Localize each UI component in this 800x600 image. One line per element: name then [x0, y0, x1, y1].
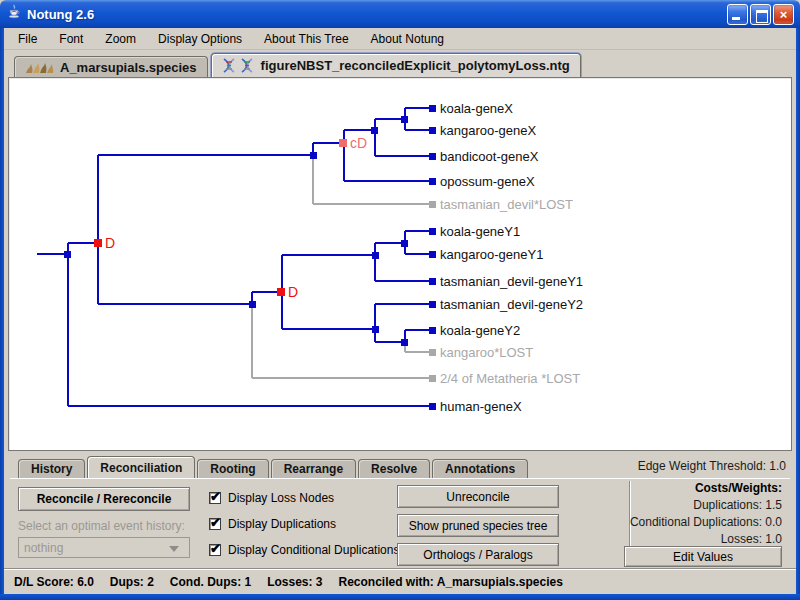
checkbox-row-display-conditional-duplications: ✔Display Conditional Duplications	[209, 537, 399, 563]
checkbox-row-display-duplications: ✔Display Duplications	[209, 511, 399, 537]
checkmark-icon: ✔	[210, 516, 221, 529]
window-title: Notung 2.6	[27, 7, 94, 22]
document-tab-label: figureNBST_reconciledExplicit_polytomyLo…	[261, 58, 570, 73]
window-border-right	[796, 28, 800, 600]
checkmark-icon: ✔	[210, 490, 221, 503]
internal-node[interactable]	[372, 326, 379, 333]
leaf-label-koala-geney2[interactable]: koala-geneY2	[440, 323, 520, 338]
leaf-label-opossum-genex[interactable]: opossum-geneX	[440, 174, 535, 189]
edge-weight-threshold-label: Edge Weight Threshold: 1.0	[638, 459, 786, 473]
cost-line-duplications-1-5: Duplications: 1.5	[622, 497, 782, 514]
conditional_duplication-node[interactable]	[339, 139, 347, 147]
leaf-label-human-genex[interactable]: human-geneX	[440, 399, 522, 414]
tab-annotations[interactable]: Annotations	[432, 459, 528, 478]
menu-bar: FileFontZoomDisplay OptionsAbout This Tr…	[4, 28, 796, 50]
event-history-label: Select an optimal event history:	[18, 519, 185, 533]
event-history-dropdown[interactable]: nothing	[18, 537, 190, 558]
menu-item-about-this-tree[interactable]: About This Tree	[256, 30, 357, 48]
maximize-button[interactable]	[750, 4, 771, 25]
status-d-l-score: D/L Score: 6.0	[14, 575, 94, 589]
leaf-node[interactable]	[429, 178, 436, 185]
edit-values-button[interactable]: Edit Values	[624, 546, 782, 567]
leaf-label-2-4-of-metatheria-lost[interactable]: 2/4 of Metatheria *LOST	[440, 371, 580, 386]
tab-rooting[interactable]: Rooting	[197, 459, 268, 478]
checkbox-label: Display Conditional Duplications	[228, 543, 399, 557]
close-button[interactable]: ×	[773, 4, 794, 25]
leaf-label-koala-genex[interactable]: koala-geneX	[440, 101, 513, 116]
status-dups: Dups: 2	[110, 575, 154, 589]
lost-leaf-node[interactable]	[429, 201, 436, 208]
internal-node[interactable]	[401, 116, 408, 123]
tab-resolve[interactable]: Resolve	[358, 459, 430, 478]
menu-item-zoom[interactable]: Zoom	[97, 30, 144, 48]
menu-item-about-notung[interactable]: About Notung	[363, 30, 452, 48]
leaf-node[interactable]	[429, 251, 436, 258]
leaf-label-kangaroo-genex[interactable]: kangaroo-geneX	[440, 123, 536, 138]
lost-leaf-node[interactable]	[429, 375, 436, 382]
menu-item-display-options[interactable]: Display Options	[150, 30, 250, 48]
chevron-down-icon	[169, 546, 179, 552]
tab-rearrange[interactable]: Rearrange	[271, 459, 356, 478]
orthologs-paralogs-button[interactable]: Orthologs / Paralogs	[397, 543, 559, 566]
duplication-label: D	[105, 235, 115, 251]
leaf-label-tasmanian-devil-geney2[interactable]: tasmanian_devil-geneY2	[440, 297, 583, 312]
menu-item-file[interactable]: File	[10, 30, 45, 48]
leaf-label-kangaroo-geney1[interactable]: kangaroo-geneY1	[440, 247, 543, 262]
status-losses: Losses: 3	[267, 575, 322, 589]
checkmark-icon: ✔	[210, 542, 221, 555]
window-border-bottom	[0, 594, 800, 600]
leaf-node[interactable]	[429, 228, 436, 235]
menu-item-font[interactable]: Font	[51, 30, 91, 48]
display-options-group: ✔Display Loss Nodes✔Display Duplications…	[209, 485, 399, 563]
tab-history[interactable]: History	[18, 459, 85, 478]
internal-node[interactable]	[401, 240, 408, 247]
checkbox-display-loss-nodes[interactable]: ✔	[209, 492, 221, 504]
app-window: Notung 2.6 × FileFontZoomDisplay Options…	[0, 0, 800, 600]
internal-node[interactable]	[249, 301, 256, 308]
duplication-node[interactable]	[277, 288, 285, 296]
document-tab-label: A_marsupials.species	[60, 60, 197, 75]
checkbox-display-duplications[interactable]: ✔	[209, 518, 221, 530]
action-buttons-group: UnreconcileShow pruned species treeOrtho…	[397, 479, 559, 566]
leaf-node[interactable]	[429, 278, 436, 285]
leaf-node[interactable]	[429, 403, 436, 410]
leaf-node[interactable]	[429, 127, 436, 134]
reconcile-rereconcile-button[interactable]: Reconcile / Rereconcile	[18, 487, 190, 511]
duplication-node[interactable]	[94, 239, 102, 247]
checkbox-label: Display Loss Nodes	[228, 491, 334, 505]
internal-node[interactable]	[310, 152, 317, 159]
checkbox-display-conditional-duplications[interactable]: ✔	[209, 544, 221, 556]
internal-node[interactable]	[372, 252, 379, 259]
show-pruned-species-tree-button[interactable]: Show pruned species tree	[397, 514, 559, 537]
leaf-label-koala-geney1[interactable]: koala-geneY1	[440, 224, 520, 239]
leaf-label-bandicoot-genex[interactable]: bandicoot-geneX	[440, 149, 539, 164]
leaf-node[interactable]	[429, 153, 436, 160]
cost-line-conditional-duplications-0-0: Conditional Duplications: 0.0	[622, 514, 782, 531]
document-tab-a-marsupials-species[interactable]: A_marsupials.species	[14, 56, 208, 77]
leaf-node[interactable]	[429, 105, 436, 112]
minimize-button[interactable]	[727, 4, 748, 25]
leaf-label-tasmanian-devil-lost[interactable]: tasmanian_devil*LOST	[440, 197, 573, 212]
conditional_duplication-label: cD	[350, 135, 367, 151]
leaf-node[interactable]	[429, 301, 436, 308]
tab-reconciliation[interactable]: Reconciliation	[87, 456, 195, 478]
unreconcile-button[interactable]: Unreconcile	[397, 485, 559, 508]
tree-view-panel: koala-geneXkangaroo-geneXbandicoot-geneX…	[8, 77, 792, 451]
app-client-area: FileFontZoomDisplay OptionsAbout This Tr…	[4, 28, 796, 594]
leaf-label-tasmanian-devil-geney1[interactable]: tasmanian_devil-geneY1	[440, 274, 583, 289]
status-cond-dups: Cond. Dups: 1	[170, 575, 251, 589]
internal-node[interactable]	[371, 127, 378, 134]
internal-node[interactable]	[401, 339, 408, 346]
checkbox-label: Display Duplications	[228, 517, 336, 531]
costs-weights-group: Costs/Weights: Duplications: 1.5Conditio…	[622, 481, 782, 548]
duplication-label: D	[288, 284, 298, 300]
document-tab-figurenbst-reconciledexplicit-polytomyloss-ntg[interactable]: figureNBST_reconciledExplicit_polytomyLo…	[211, 53, 581, 77]
event-history-value: nothing	[24, 541, 63, 555]
lost-leaf-node[interactable]	[429, 349, 436, 356]
dna-icon	[222, 58, 256, 73]
internal-node[interactable]	[64, 251, 71, 258]
title-bar: Notung 2.6 ×	[0, 0, 800, 28]
status-bar: D/L Score: 6.0Dups: 2Cond. Dups: 1Losses…	[4, 568, 796, 594]
leaf-label-kangaroo-lost[interactable]: kangaroo*LOST	[440, 345, 533, 360]
leaf-node[interactable]	[429, 327, 436, 334]
